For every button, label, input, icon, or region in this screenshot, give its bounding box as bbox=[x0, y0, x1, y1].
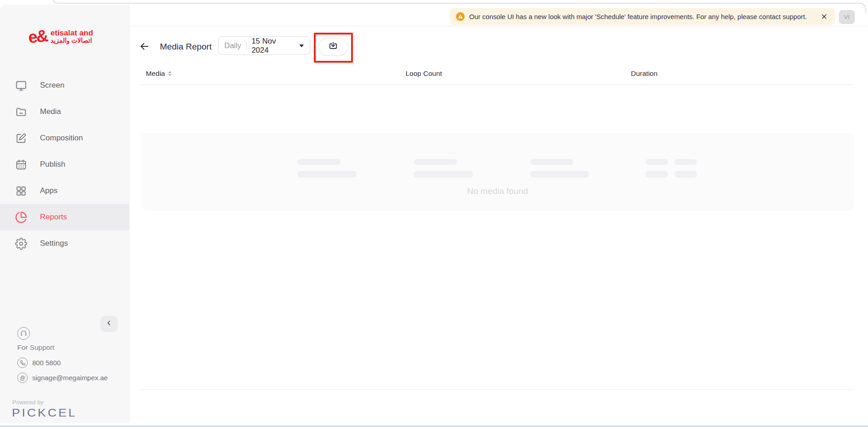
sidebar-item-publish[interactable]: Publish bbox=[0, 151, 129, 178]
topbar-divider bbox=[129, 26, 868, 26]
gear-icon bbox=[15, 238, 27, 250]
skeleton-bar bbox=[530, 171, 589, 178]
skeleton-bar bbox=[414, 159, 457, 165]
edit-icon bbox=[15, 132, 27, 144]
caret-down-icon bbox=[299, 45, 304, 47]
back-arrow-icon bbox=[139, 45, 150, 53]
skeleton-bar bbox=[675, 171, 697, 178]
page-title: Media Report bbox=[160, 42, 212, 52]
avatar-initials: VI bbox=[844, 14, 850, 20]
sidebar-item-media[interactable]: Media bbox=[0, 99, 129, 125]
column-label: Media bbox=[146, 70, 165, 78]
filter-date-value: 15 Nov 2024 bbox=[252, 37, 293, 55]
column-header-media[interactable]: Media bbox=[146, 70, 173, 78]
notification-banner: Our console UI has a new look with major… bbox=[450, 8, 835, 25]
skeleton-bar bbox=[298, 171, 357, 178]
download-icon bbox=[328, 41, 338, 53]
sidebar-item-screen[interactable]: Screen bbox=[0, 72, 129, 99]
sidebar-item-apps[interactable]: Apps bbox=[0, 178, 129, 204]
filter-divider bbox=[246, 41, 247, 50]
support-phone-row: 800 5800 bbox=[17, 357, 61, 368]
grid-icon bbox=[15, 185, 27, 197]
table-bottom-divider bbox=[141, 389, 853, 390]
sidebar-menu: ScreenMediaCompositionPublishAppsReports… bbox=[0, 72, 129, 257]
column-header-duration: Duration bbox=[631, 70, 658, 78]
phone-icon bbox=[17, 357, 28, 368]
sidebar-item-reports[interactable]: Reports bbox=[0, 204, 129, 230]
sidebar-item-label: Media bbox=[40, 107, 61, 116]
column-label: Duration bbox=[631, 70, 658, 78]
pickcel-logo: PICKCEL bbox=[12, 407, 77, 420]
sidebar-item-label: Publish bbox=[40, 160, 65, 169]
column-label: Loop Count bbox=[406, 70, 442, 78]
close-icon[interactable] bbox=[820, 13, 828, 20]
sidebar-collapse-button[interactable] bbox=[100, 316, 118, 332]
etisalat-logo: e& etisalat and اتصالات والمزيد bbox=[28, 28, 93, 45]
sidebar-item-label: Settings bbox=[40, 239, 68, 248]
empty-state-message: No media found bbox=[141, 186, 854, 196]
sidebar-item-settings[interactable]: Settings bbox=[0, 230, 129, 257]
sidebar-item-label: Composition bbox=[40, 134, 83, 143]
etisalat-logo-name-en: etisalat and bbox=[50, 29, 93, 37]
filter-period-value: Daily bbox=[224, 41, 241, 50]
back-button[interactable] bbox=[139, 41, 150, 52]
chevron-left-icon bbox=[105, 319, 113, 329]
download-report-button[interactable] bbox=[318, 38, 348, 56]
headset-icon bbox=[17, 327, 30, 340]
pie-chart-icon bbox=[15, 211, 27, 223]
sidebar-item-label: Screen bbox=[40, 81, 64, 90]
etisalat-logo-name-ar: اتصالات والمزيد bbox=[50, 37, 93, 44]
banner-message: Our console UI has a new look with major… bbox=[469, 13, 816, 20]
sidebar-item-composition[interactable]: Composition bbox=[0, 125, 129, 151]
support-phone-number: 800 5800 bbox=[32, 359, 61, 367]
sort-icon bbox=[167, 70, 173, 77]
column-header-loop-count: Loop Count bbox=[406, 70, 442, 78]
skeleton-bar bbox=[675, 159, 697, 165]
support-title: For Support bbox=[17, 343, 55, 352]
sidebar-item-label: Reports bbox=[40, 213, 67, 222]
table-header-divider bbox=[141, 84, 853, 85]
skeleton-bar bbox=[530, 159, 573, 165]
monitor-icon bbox=[15, 79, 27, 92]
calendar-icon bbox=[15, 159, 27, 171]
user-avatar[interactable]: VI bbox=[839, 10, 855, 24]
window-bottom-edge bbox=[0, 425, 868, 427]
report-filter-dropdown[interactable]: Daily 15 Nov 2024 bbox=[218, 36, 310, 55]
skeleton-bar bbox=[414, 171, 473, 178]
skeleton-bar bbox=[645, 171, 668, 178]
support-email-row: @ signage@megaimpex.ae bbox=[17, 372, 108, 383]
powered-by-label: Powered by bbox=[12, 399, 44, 406]
empty-state-card bbox=[141, 133, 854, 211]
skeleton-bar bbox=[298, 159, 341, 165]
folder-icon bbox=[15, 106, 27, 118]
sidebar: e& etisalat and اتصالات والمزيد ScreenMe… bbox=[0, 5, 129, 423]
support-email-address: signage@megaimpex.ae bbox=[32, 374, 108, 382]
skeleton-bar bbox=[645, 159, 668, 165]
email-icon: @ bbox=[17, 372, 28, 383]
warning-icon bbox=[456, 12, 465, 21]
etisalat-logo-mark: e& bbox=[27, 27, 48, 46]
sidebar-item-label: Apps bbox=[40, 186, 58, 195]
